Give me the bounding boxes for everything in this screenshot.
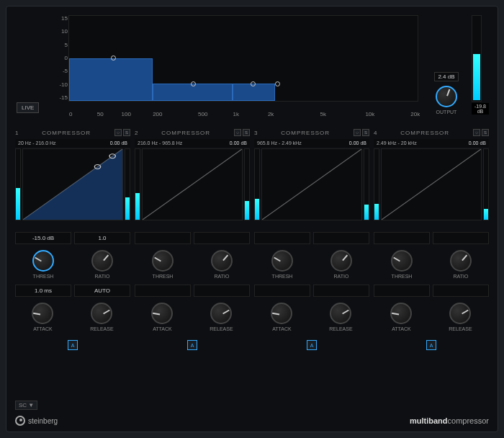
- band-freq-readout: 20 Hz - 216.0 Hz0.00 dB: [15, 139, 130, 147]
- band-curve-display[interactable]: [142, 148, 243, 220]
- ratio-label: RATIO: [454, 274, 469, 279]
- band-2-controls: . . THRESH RATIO . . ATTACK RELEASE A: [135, 232, 250, 350]
- thresh-knob[interactable]: [32, 250, 54, 272]
- attack-label: ATTACK: [153, 326, 172, 331]
- release-value[interactable]: .: [433, 285, 489, 297]
- band-gr-meter: [244, 148, 250, 220]
- svg-line-6: [382, 149, 481, 220]
- attack-label: ATTACK: [392, 326, 411, 331]
- band-number: 4: [374, 130, 377, 136]
- band-4-controls: . . THRESH RATIO . . ATTACK RELEASE A: [374, 232, 489, 350]
- attack-value[interactable]: .: [254, 285, 310, 297]
- band-title: COMPRESSOR: [21, 130, 112, 136]
- release-knob[interactable]: [449, 303, 471, 324]
- band-solo-icon[interactable]: S: [362, 129, 369, 136]
- release-knob[interactable]: [330, 303, 351, 324]
- band-solo-icon[interactable]: S: [123, 129, 130, 136]
- release-label: RELEASE: [329, 326, 352, 331]
- thresh-value[interactable]: .: [254, 232, 310, 244]
- auto-release-button[interactable]: A: [68, 340, 78, 350]
- attack-knob[interactable]: [32, 303, 53, 324]
- band-curve-display[interactable]: [261, 148, 362, 220]
- svg-line-4: [143, 149, 242, 220]
- output-knob[interactable]: [436, 86, 457, 107]
- band-curve-display[interactable]: [381, 148, 482, 220]
- ratio-label: RATIO: [334, 274, 349, 279]
- thresh-knob[interactable]: [391, 250, 413, 272]
- band-freq-readout: 965.8 Hz - 2.49 kHz0.00 dB: [254, 139, 369, 147]
- thresh-value[interactable]: .: [374, 232, 430, 244]
- output-section: 2.4 dB OUTPUT -19.8 dB: [424, 15, 489, 115]
- band-4-handle[interactable]: [275, 81, 280, 86]
- release-knob[interactable]: [210, 303, 232, 324]
- ratio-value[interactable]: .: [313, 232, 369, 244]
- band-1-controls: -15.0 dB 1.0 THRESH RATIO 1.0 ms AUTO AT…: [15, 232, 130, 350]
- attack-knob[interactable]: [390, 303, 412, 324]
- band-solo-icon[interactable]: S: [482, 129, 489, 136]
- band-freq-readout: 216.0 Hz - 965.8 Hz0.00 dB: [135, 139, 250, 147]
- band-input-meter: [374, 148, 379, 220]
- band-3-handle[interactable]: [251, 81, 256, 86]
- release-knob[interactable]: [91, 303, 112, 324]
- band-2: 2 COMPRESSOR ○ S 216.0 Hz - 965.8 Hz0.00…: [135, 129, 250, 220]
- band-4-block[interactable]: [275, 84, 418, 101]
- auto-release-button[interactable]: A: [307, 340, 317, 350]
- attack-value[interactable]: .: [374, 285, 430, 297]
- release-label: RELEASE: [210, 326, 233, 331]
- band-bypass-icon[interactable]: ○: [473, 129, 480, 136]
- release-value[interactable]: .: [194, 285, 250, 297]
- ratio-knob[interactable]: [330, 250, 352, 272]
- release-label: RELEASE: [449, 326, 472, 331]
- auto-release-button[interactable]: A: [187, 340, 197, 350]
- attack-value[interactable]: .: [135, 285, 191, 297]
- thresh-knob[interactable]: [152, 250, 174, 272]
- brand-logo: steinberg: [15, 416, 58, 426]
- band-bypass-icon[interactable]: ○: [114, 129, 122, 136]
- band-input-meter: [135, 148, 140, 220]
- thresh-value[interactable]: -15.0 dB: [15, 232, 71, 244]
- thresh-label: THRESH: [392, 274, 413, 279]
- thresh-label: THRESH: [33, 274, 54, 279]
- ratio-knob[interactable]: [211, 250, 233, 272]
- ratio-value[interactable]: .: [433, 232, 489, 244]
- output-meter: [472, 15, 482, 102]
- band-bypass-icon[interactable]: ○: [234, 129, 241, 136]
- band-title: COMPRESSOR: [260, 130, 351, 136]
- band-number: 2: [135, 130, 138, 136]
- release-value[interactable]: .: [313, 285, 369, 297]
- ratio-knob[interactable]: [91, 250, 113, 272]
- thresh-value[interactable]: .: [135, 232, 191, 244]
- plugin-window: LIVE 15 10 5 0 -5 -10 -15 0501002005001k…: [0, 0, 504, 438]
- live-button[interactable]: LIVE: [17, 102, 39, 113]
- band-number: 3: [254, 130, 257, 136]
- band-input-meter: [254, 148, 260, 220]
- band-3-block[interactable]: [233, 84, 274, 101]
- footer: steinberg multibandcompressor: [15, 416, 489, 426]
- spectrum-left-gutter: LIVE: [15, 15, 47, 115]
- thresh-knob[interactable]: [271, 250, 293, 272]
- band-1-block[interactable]: [69, 58, 153, 101]
- ratio-value[interactable]: .: [194, 232, 250, 244]
- ratio-knob[interactable]: [450, 250, 472, 272]
- thresh-label: THRESH: [272, 274, 293, 279]
- band-2-block[interactable]: [153, 84, 233, 101]
- sidechain-button[interactable]: SC ▼: [15, 401, 37, 410]
- release-value[interactable]: AUTO: [74, 285, 130, 297]
- top-section: LIVE 15 10 5 0 -5 -10 -15 0501002005001k…: [15, 15, 489, 115]
- band-curve-display[interactable]: [22, 148, 123, 220]
- ratio-value[interactable]: 1.0: [74, 232, 130, 244]
- output-gain-value[interactable]: 2.4 dB: [434, 72, 458, 81]
- spectrum-display[interactable]: 15 10 5 0 -5 -10 -15 0501002005001k2k5k1…: [68, 15, 418, 115]
- attack-knob[interactable]: [151, 303, 173, 324]
- attack-knob[interactable]: [271, 303, 292, 324]
- ratio-label: RATIO: [95, 274, 110, 279]
- band-solo-icon[interactable]: S: [243, 129, 250, 136]
- svg-line-5: [262, 149, 361, 220]
- auto-release-button[interactable]: A: [426, 340, 436, 350]
- band-bypass-icon[interactable]: ○: [354, 129, 361, 136]
- band-gr-meter: [125, 148, 130, 220]
- attack-value[interactable]: 1.0 ms: [15, 285, 71, 297]
- release-label: RELEASE: [90, 326, 113, 331]
- product-name: multibandcompressor: [410, 416, 489, 425]
- band-3: 3 COMPRESSOR ○ S 965.8 Hz - 2.49 kHz0.00…: [254, 129, 369, 220]
